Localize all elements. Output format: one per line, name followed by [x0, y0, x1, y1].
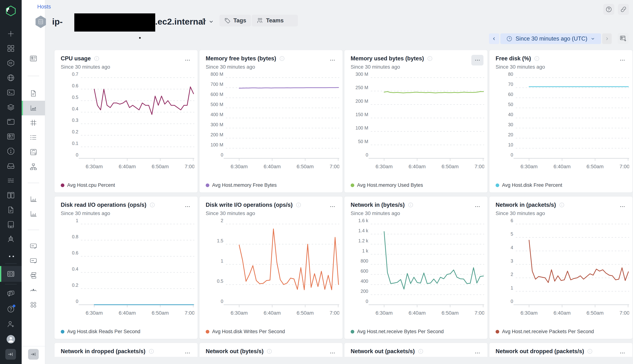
tags-button[interactable]: Tags [220, 15, 251, 26]
header-more-button[interactable] [286, 15, 298, 26]
primary-nav-item-window[interactable] [0, 114, 22, 129]
svg-text:0: 0 [510, 299, 513, 304]
info-icon[interactable] [427, 56, 433, 62]
primary-nav-item-inbox[interactable] [0, 158, 22, 173]
secondary-nav-item-select-box-2[interactable] [22, 253, 45, 268]
info-icon[interactable] [279, 56, 285, 62]
primary-nav-item-robot[interactable] [0, 232, 22, 246]
info-icon[interactable] [266, 348, 272, 354]
primary-nav-item-device[interactable] [0, 217, 22, 232]
panel-options-button[interactable] [182, 201, 194, 212]
app-logo[interactable] [0, 0, 22, 22]
svg-text:1.2 k: 1.2 k [358, 238, 368, 243]
secondary-nav-item-dashboard[interactable] [22, 51, 45, 66]
info-icon[interactable] [94, 56, 100, 62]
info-icon[interactable] [587, 348, 593, 354]
panel-options-button[interactable] [471, 348, 484, 357]
panel-options-button[interactable] [616, 55, 628, 66]
legend-label: Avg Host.disk Free Percent [502, 182, 562, 188]
time-range-picker[interactable]: Since 30 minutes ago (UTC) [500, 34, 601, 44]
svg-text:150 M: 150 M [356, 112, 368, 117]
chart-plot-disk-read: 10.80.60.40.206:30am6:40am6:50am7:00am [59, 218, 194, 321]
primary-nav-item-globe[interactable] [0, 70, 22, 85]
panel-options-button[interactable] [326, 201, 338, 212]
panel-options-button[interactable] [616, 348, 628, 357]
secondary-nav-item-copy[interactable] [22, 268, 45, 283]
info-icon[interactable] [149, 202, 155, 208]
primary-nav-item-layers[interactable] [0, 100, 22, 114]
dashboard-icon [6, 132, 15, 141]
legend-item[interactable]: Avg Host.memory Free Bytes [206, 182, 277, 188]
secondary-nav-item-tree[interactable] [22, 160, 45, 174]
primary-nav-item-alert-octagon[interactable] [0, 144, 22, 158]
secondary-nav-item-select-box[interactable] [22, 239, 45, 253]
panel-options-button[interactable] [182, 55, 194, 66]
legend-item[interactable]: Avg Host.net.receive Packets Per Second [496, 329, 594, 334]
info-icon[interactable] [408, 202, 414, 208]
legend-item[interactable]: Avg Host.memory Used Bytes [351, 182, 423, 188]
legend-item[interactable]: Avg Host.net.receive Bytes Per Second [351, 329, 444, 334]
info-icon[interactable] [559, 202, 565, 208]
svg-text:0.5: 0.5 [217, 278, 223, 284]
primary-nav-item-grid[interactable] [0, 41, 22, 56]
primary-nav-item-racks[interactable] [0, 188, 22, 202]
user-avatar[interactable] [0, 332, 22, 347]
help-button[interactable] [603, 4, 614, 15]
secondary-nav-item-bar-chart[interactable] [22, 192, 45, 206]
info-icon[interactable] [418, 348, 424, 354]
panel-options-button[interactable] [616, 201, 628, 212]
charts-scroll-area[interactable]: CPU usageSince 30 minutes ago0.70.60.50.… [54, 50, 633, 357]
bar-chart-icon [29, 195, 38, 203]
panel-options-button[interactable] [326, 348, 338, 357]
legend-item[interactable]: Avg Host.disk Reads Per Second [61, 329, 140, 334]
secondary-nav-item-command[interactable] [22, 116, 45, 130]
secondary-nav-item-anomaly[interactable] [22, 283, 45, 298]
primary-nav-item-dashboard[interactable] [0, 129, 22, 144]
primary-nav-item-ellipsis[interactable] [0, 246, 22, 261]
secondary-nav-item-document[interactable] [22, 86, 45, 101]
panel-options-button[interactable] [471, 201, 484, 212]
ellipsis-icon [619, 203, 626, 210]
panel-options-button[interactable] [182, 348, 194, 357]
svg-text:0.2: 0.2 [72, 282, 78, 288]
primary-nav-item-log-lines[interactable] [0, 173, 22, 188]
primary-nav-item-help[interactable] [0, 302, 22, 317]
primary-nav-item-person-add[interactable] [0, 317, 22, 332]
secondary-nav-item-list[interactable] [22, 130, 45, 145]
svg-text:6:30am: 6:30am [86, 310, 103, 316]
time-next-button[interactable] [602, 34, 612, 44]
panel-options-button[interactable] [326, 55, 338, 66]
share-link-button[interactable] [618, 4, 629, 15]
info-icon[interactable] [148, 348, 154, 354]
info-icon[interactable] [296, 202, 302, 208]
primary-nav-item-hexagon-list[interactable] [0, 56, 22, 70]
secondary-nav-collapse-button[interactable] [28, 349, 39, 360]
secondary-nav-item-circles[interactable] [22, 298, 45, 312]
svg-text:400: 400 [360, 278, 368, 284]
primary-nav-item-terminal[interactable] [0, 85, 22, 100]
add-to-dashboard-button[interactable] [618, 33, 628, 44]
primary-nav-item-plus[interactable] [0, 26, 22, 41]
legend-item[interactable]: Avg Host.cpu Percent [61, 182, 115, 188]
time-prev-button[interactable] [489, 34, 499, 44]
primary-nav-item-servers[interactable] [0, 266, 22, 282]
svg-text:200 M: 200 M [356, 98, 368, 104]
title-chevron-down-icon[interactable] [208, 18, 214, 25]
chart-title: Network in (bytes/s) [351, 202, 405, 208]
secondary-nav-item-line-chart[interactable] [22, 101, 45, 116]
legend-item[interactable]: Avg Host.disk Writes Per Second [206, 329, 285, 334]
legend-item[interactable]: Avg Host.disk Free Percent [496, 182, 562, 188]
panel-options-button[interactable] [471, 55, 484, 66]
chevron-right-icon [604, 36, 610, 42]
favorite-star-button[interactable] [199, 17, 207, 25]
ellipsis-icon [6, 250, 15, 258]
primary-nav-item-document[interactable] [0, 202, 22, 217]
primary-nav-item-chat[interactable] [0, 286, 22, 302]
secondary-nav-item-bar-chart-2[interactable] [22, 206, 45, 221]
secondary-nav-item-disk[interactable] [22, 145, 45, 160]
teams-button[interactable]: Teams [252, 15, 288, 26]
breadcrumb[interactable]: Hosts [37, 4, 51, 10]
info-icon[interactable] [534, 56, 540, 62]
primary-nav-collapse-button[interactable] [5, 349, 16, 360]
link-icon [620, 6, 627, 13]
